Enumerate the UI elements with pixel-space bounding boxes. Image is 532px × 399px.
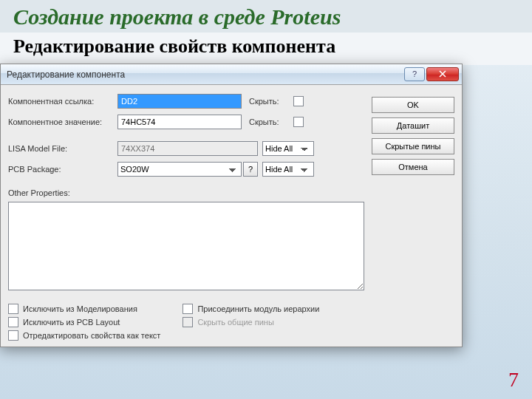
hide-value-checkbox[interactable] bbox=[293, 117, 304, 127]
exclude-sim-checkbox[interactable] bbox=[8, 304, 18, 314]
pcb-browse-button[interactable]: ? bbox=[243, 162, 258, 177]
edit-as-text-label: Отредактировать свойства как текст bbox=[23, 331, 160, 340]
pcb-visibility-select[interactable]: Hide All bbox=[262, 162, 314, 177]
hide-common-checkbox bbox=[183, 317, 193, 327]
question-icon: ? bbox=[248, 165, 253, 174]
exclude-pcb-checkbox[interactable] bbox=[8, 317, 18, 327]
lisa-label: LISA Model File: bbox=[8, 144, 117, 153]
ok-button-label: OK bbox=[407, 100, 419, 109]
hide-value-label: Скрыть: bbox=[249, 117, 293, 126]
dialog-title: Редактирование компонента bbox=[7, 69, 404, 80]
datasheet-button-label: Даташит bbox=[397, 121, 429, 130]
slide-subtitle: Редактирование свойств компонента bbox=[0, 33, 532, 65]
exclude-sim-label: Исключить из Моделирования bbox=[23, 304, 137, 313]
pcb-select[interactable]: SO20W bbox=[117, 162, 242, 177]
ref-input[interactable] bbox=[117, 94, 242, 109]
hidden-pins-button[interactable]: Скрытые пины bbox=[372, 138, 454, 154]
cancel-button-label: Отмена bbox=[398, 163, 427, 171]
exclude-pcb-label: Исключить из PCB Layout bbox=[23, 318, 120, 327]
help-button[interactable]: ? bbox=[404, 67, 425, 81]
help-icon: ? bbox=[412, 69, 417, 78]
value-label: Компонентное значение: bbox=[8, 117, 117, 126]
attach-hier-label: Присоединить модуль иерархии bbox=[197, 304, 319, 313]
value-input[interactable] bbox=[117, 115, 242, 129]
edit-component-dialog: Редактирование компонента ? Компонентная… bbox=[0, 64, 463, 347]
lisa-input[interactable] bbox=[117, 141, 258, 156]
titlebar: Редактирование компонента ? bbox=[1, 64, 462, 85]
datasheet-button[interactable]: Даташит bbox=[372, 117, 454, 134]
close-icon bbox=[439, 70, 446, 78]
ref-label: Компонентная ссылка: bbox=[8, 97, 117, 106]
other-label: Other Properties: bbox=[8, 188, 364, 197]
page-number: 7 bbox=[508, 368, 519, 392]
attach-hier-checkbox[interactable] bbox=[183, 304, 193, 314]
edit-as-text-checkbox[interactable] bbox=[8, 330, 18, 341]
pcb-label: PCB Package: bbox=[8, 165, 117, 174]
cancel-button[interactable]: Отмена bbox=[372, 159, 454, 175]
lisa-visibility-select[interactable]: Hide All bbox=[262, 141, 314, 156]
other-properties-textarea[interactable] bbox=[8, 202, 364, 290]
hide-ref-checkbox[interactable] bbox=[293, 96, 304, 106]
hide-ref-label: Скрыть: bbox=[249, 97, 293, 106]
close-button[interactable] bbox=[426, 67, 459, 81]
ok-button[interactable]: OK bbox=[372, 97, 454, 113]
hidden-pins-button-label: Скрытые пины bbox=[386, 142, 441, 151]
slide-title: Создание проекта в среде Proteus bbox=[0, 0, 532, 33]
hide-common-label: Скрыть общие пины bbox=[197, 318, 273, 327]
